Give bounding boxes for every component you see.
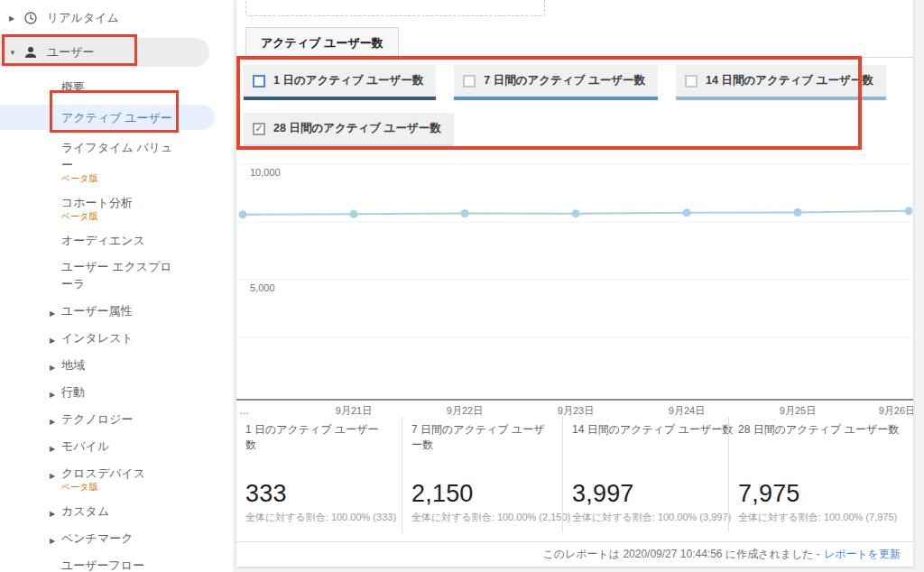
checkbox-1day[interactable]: ✓: [253, 75, 265, 88]
sidebar-item-user-explorer[interactable]: ユーザー エクスプローラ: [0, 258, 233, 292]
sidebar-item-label: コホート分析: [61, 194, 133, 211]
summary-card-value: 3,997: [572, 480, 719, 508]
sidebar-item-label: ユーザー: [47, 44, 95, 60]
sidebar-item-realtime[interactable]: ▶リアルタイム: [0, 5, 233, 31]
sidebar: ▶リアルタイム▼ユーザー概要アクティブ ユーザーライフタイム バリューベータ版コ…: [0, 0, 233, 572]
data-point[interactable]: [683, 208, 691, 217]
data-point[interactable]: [461, 209, 469, 217]
chevron-right-icon[interactable]: ▶: [50, 505, 55, 522]
tab-label: アクティブ ユーザー数: [261, 35, 383, 51]
sidebar-item-interests[interactable]: ▶インタレスト: [0, 328, 233, 346]
checkbox-7day[interactable]: ✓: [463, 75, 476, 88]
x-axis-tick-label: 9月25日: [780, 405, 816, 416]
sidebar-item-lifetime-value[interactable]: ライフタイム バリューベータ版: [0, 139, 233, 184]
chevron-right-icon[interactable]: ▶: [50, 386, 55, 403]
data-point[interactable]: [905, 207, 913, 215]
x-axis-tick-label: 9月23日: [558, 405, 594, 416]
chevron-right-icon[interactable]: ▶: [50, 440, 55, 457]
metric-picker-row-1: ✓1 日のアクティブ ユーザー数✓7 日間のアクティブ ユーザー数✓14 日間の…: [244, 65, 886, 97]
data-point[interactable]: [794, 208, 802, 217]
tab-active-users[interactable]: アクティブ ユーザー数: [245, 27, 399, 58]
beta-badge: ベータ版: [61, 482, 233, 493]
sidebar-item-label: 地域: [61, 356, 85, 374]
sidebar-item-cohort-analysis[interactable]: コホート分析ベータ版: [0, 193, 233, 222]
chevron-right-icon[interactable]: ▶: [50, 332, 55, 349]
summary-card-percent: 全体に対する割合: 100.00% (3,997): [572, 511, 719, 524]
metric-toggle-label: 7 日間のアクティブ ユーザー数: [484, 73, 645, 88]
data-point[interactable]: [572, 209, 580, 217]
chevron-down-icon[interactable]: ▼: [0, 49, 14, 57]
metric-toggle-14day[interactable]: ✓14 日間のアクティブ ユーザー数: [676, 65, 886, 97]
sidebar-item-label: ユーザーフロー: [61, 557, 144, 572]
metric-color-underline: [244, 97, 436, 100]
checkmark-icon: ✓: [254, 124, 263, 134]
report-footer: このレポートは 2020/09/27 10:44:56 に作成されました - レ…: [236, 541, 913, 567]
summary-card-percent: 全体に対する割合: 100.00% (7,975): [738, 511, 904, 524]
summary-card-percent: 全体に対する割合: 100.00% (333): [245, 511, 393, 524]
panel-divider: [236, 57, 913, 58]
summary-cards: 1 日のアクティブ ユーザー数333全体に対する割合: 100.00% (333…: [236, 417, 913, 532]
sidebar-item-label: モバイル: [61, 438, 109, 455]
summary-card-value: 2,150: [411, 480, 553, 508]
sidebar-item-technology[interactable]: ▶テクノロジー: [0, 410, 233, 428]
data-point[interactable]: [350, 210, 358, 218]
summary-card: 7 日間のアクティブ ユーザー数2,150全体に対する割合: 100.00% (…: [402, 417, 562, 532]
summary-card-value: 333: [245, 480, 393, 508]
beta-badge: ベータ版: [61, 173, 233, 184]
sidebar-item-active-users[interactable]: アクティブ ユーザー: [0, 105, 215, 130]
report-panel: アクティブ ユーザー数 ✓1 日のアクティブ ユーザー数✓7 日間のアクティブ …: [236, 0, 913, 567]
metric-toggle-1day[interactable]: ✓1 日のアクティブ ユーザー数: [244, 65, 436, 97]
sidebar-item-label: 概要: [61, 78, 85, 96]
chart-svg: 10,0005,000…9月21日9月22日9月23日9月24日9月25日9月2…: [236, 152, 913, 418]
summary-card-title: 28 日間のアクティブ ユーザー数: [738, 422, 904, 458]
sidebar-item-demographics[interactable]: ▶ユーザー属性: [0, 301, 233, 319]
sidebar-item-geo[interactable]: ▶地域: [0, 355, 233, 374]
summary-card-percent: 全体に対する割合: 100.00% (2,150): [411, 511, 553, 524]
chevron-right-icon[interactable]: ▶: [0, 14, 14, 23]
sidebar-item-behavior[interactable]: ▶行動: [0, 383, 233, 401]
metric-color-underline: [244, 144, 454, 148]
summary-card: 28 日間のアクティブ ユーザー数7,975全体に対する割合: 100.00% …: [728, 417, 913, 532]
chevron-right-icon[interactable]: ▶: [50, 532, 55, 549]
chevron-right-icon[interactable]: ▶: [50, 359, 55, 376]
summary-card-title: 1 日のアクティブ ユーザー数: [245, 422, 381, 458]
sidebar-item-cross-device[interactable]: ▶クロスデバイスベータ版: [0, 464, 233, 493]
summary-card: 1 日のアクティブ ユーザー数333全体に対する割合: 100.00% (333…: [236, 417, 402, 532]
checkbox-28day[interactable]: ✓: [253, 123, 265, 135]
sidebar-item-users[interactable]: ▼ユーザー: [0, 38, 209, 67]
sidebar-item-benchmarking[interactable]: ▶ベンチマーク: [0, 529, 233, 547]
sidebar-item-label: リアルタイム: [47, 10, 119, 26]
y-axis-tick-label: 10,000: [250, 167, 281, 178]
refresh-report-link[interactable]: レポートを更新: [824, 547, 901, 562]
data-point[interactable]: [239, 210, 247, 218]
active-users-chart[interactable]: 10,0005,000…9月21日9月22日9月23日9月24日9月25日9月2…: [236, 152, 913, 418]
metric-color-underline: [454, 97, 658, 100]
x-axis-tick-label: …: [239, 405, 249, 416]
sidebar-item-audiences[interactable]: オーディエンス: [0, 231, 233, 249]
sidebar-item-label: インタレスト: [61, 329, 134, 346]
metric-toggle-label: 28 日間のアクティブ ユーザー数: [273, 121, 441, 136]
sidebar-item-overview[interactable]: 概要: [0, 78, 233, 96]
summary-card-title: 7 日間のアクティブ ユーザー数: [411, 422, 553, 458]
checkbox-14day[interactable]: ✓: [685, 75, 698, 88]
sidebar-item-label: テクノロジー: [61, 411, 134, 428]
chevron-right-icon[interactable]: ▶: [50, 467, 55, 484]
sidebar-item-users-flow[interactable]: ユーザーフロー: [0, 556, 233, 572]
x-axis-tick-label: 9月21日: [336, 405, 372, 416]
metric-picker-row-2: ✓28 日間のアクティブ ユーザー数: [244, 113, 454, 144]
metric-toggle-label: 1 日のアクティブ ユーザー数: [273, 73, 423, 88]
sidebar-item-mobile[interactable]: ▶モバイル: [0, 437, 233, 455]
sidebar-item-label: ベンチマーク: [61, 530, 134, 547]
chevron-right-icon[interactable]: ▶: [50, 305, 55, 322]
report-generated-text: このレポートは 2020/09/27 10:44:56 に作成されました -: [542, 547, 819, 562]
metric-toggle-7day[interactable]: ✓7 日間のアクティブ ユーザー数: [454, 65, 658, 97]
sidebar-item-custom[interactable]: ▶カスタム: [0, 502, 233, 520]
chevron-right-icon[interactable]: ▶: [50, 413, 55, 430]
summary-card-value: 7,975: [738, 480, 904, 508]
metric-toggle-28day[interactable]: ✓28 日間のアクティブ ユーザー数: [244, 113, 454, 144]
sidebar-item-label: カスタム: [61, 503, 109, 520]
clock-icon: [23, 11, 38, 25]
sidebar-item-label: ユーザー エクスプローラ: [61, 258, 173, 292]
person-icon: [23, 44, 39, 60]
x-axis-tick-label: 9月26日: [879, 405, 913, 416]
